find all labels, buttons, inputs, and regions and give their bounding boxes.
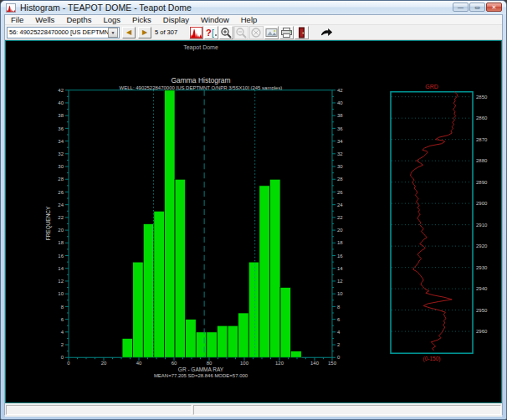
svg-text:22: 22 (58, 215, 64, 220)
well-selector-value: 56: 49025228470000 [US DEPTMNT O/NPR (8, 28, 108, 36)
well-query-button[interactable]: ?[ (204, 26, 218, 39)
svg-text:10: 10 (337, 291, 343, 296)
svg-text:80: 80 (207, 361, 213, 366)
svg-text:18: 18 (337, 241, 343, 246)
plot-frame (69, 90, 332, 358)
histogram-canvas: Teapot DomeGamma HistogramWELL: 49025228… (6, 41, 501, 402)
menu-window[interactable]: Window (195, 15, 235, 25)
svg-text:2: 2 (61, 342, 64, 347)
print-button[interactable] (279, 26, 294, 39)
print-icon (280, 27, 293, 38)
svg-text:2890: 2890 (476, 180, 488, 185)
svg-text:60: 60 (172, 361, 177, 366)
well-selector[interactable]: 56: 49025228470000 [US DEPTMNT O/NPR ▼ (7, 27, 120, 38)
svg-text:6: 6 (61, 317, 64, 322)
gamma-histogram-plot: Gamma HistogramWELL: 49025228470000 [US … (45, 76, 343, 378)
svg-text:14: 14 (337, 266, 343, 271)
well-position-text: 5 of 307 (155, 28, 177, 36)
svg-text:24: 24 (58, 202, 64, 207)
snapshot-button[interactable] (264, 26, 279, 39)
previous-well-button[interactable]: ◀ (122, 27, 136, 38)
svg-text:32: 32 (58, 151, 64, 156)
svg-text:0: 0 (67, 361, 70, 366)
svg-text:2850: 2850 (476, 95, 488, 100)
svg-text:?: ? (206, 28, 212, 38)
histogram-bar (291, 351, 302, 358)
snapshot-icon (265, 27, 278, 38)
menu-display[interactable]: Display (157, 15, 195, 25)
zoom-in-icon (220, 27, 233, 38)
svg-text:100: 100 (240, 361, 249, 366)
svg-text:42: 42 (58, 88, 64, 93)
svg-text:2920: 2920 (476, 243, 488, 248)
svg-text:42: 42 (337, 88, 343, 93)
minimize-button[interactable]: — (453, 3, 469, 12)
x-axis-label: GR - GAMMA RAY (178, 366, 224, 372)
svg-text:26: 26 (58, 190, 64, 195)
pointer-tool-button[interactable] (320, 26, 334, 39)
svg-text:4: 4 (337, 330, 341, 335)
histogram-bar (122, 338, 133, 357)
histogram-bar (143, 223, 154, 357)
svg-text:20: 20 (58, 228, 64, 233)
svg-text:6: 6 (337, 317, 341, 322)
histogram-bar (196, 332, 207, 357)
histogram-bar (248, 262, 259, 357)
stats-line: MEAN=77.205 SD=28.846 MODE=57.000 (154, 373, 248, 378)
svg-text:34: 34 (58, 139, 64, 144)
window-title: Histogram - TEAPOT DOME - Teapot Dome (20, 3, 192, 13)
svg-text:18: 18 (58, 241, 64, 246)
client-area: File Wells Depths Logs Picks Display Win… (4, 14, 503, 415)
zoom-cancel-button (249, 26, 264, 39)
menu-picks[interactable]: Picks (126, 15, 157, 25)
histogram-bar (217, 325, 228, 357)
svg-text:20: 20 (101, 361, 107, 366)
svg-text:10: 10 (58, 291, 64, 296)
pointer-arrow-icon (320, 27, 333, 38)
svg-text:8: 8 (61, 305, 64, 310)
close-button[interactable]: ✕ (486, 3, 502, 12)
svg-text:2900: 2900 (476, 201, 488, 206)
svg-text:2950: 2950 (476, 308, 488, 313)
svg-text:12: 12 (337, 279, 343, 284)
chevron-down-icon[interactable]: ▼ (108, 28, 118, 38)
histogram-tool-button[interactable] (189, 26, 203, 39)
plot-canvas: Teapot DomeGamma HistogramWELL: 49025228… (5, 40, 502, 403)
svg-text:40: 40 (58, 100, 64, 105)
svg-text:40: 40 (337, 100, 343, 105)
status-pane-1 (6, 405, 192, 415)
histogram-bar (280, 288, 291, 358)
svg-text:22: 22 (337, 215, 343, 220)
exit-button[interactable] (294, 26, 309, 39)
title-bar[interactable]: Histogram - TEAPOT DOME - Teapot Dome — … (1, 1, 506, 14)
status-pane-2 (193, 405, 501, 415)
histogram-bar (269, 179, 280, 357)
svg-text:28: 28 (337, 177, 343, 182)
svg-text:2880: 2880 (476, 158, 488, 163)
svg-text:140: 140 (310, 361, 320, 366)
svg-text:36: 36 (337, 126, 343, 131)
menu-wells[interactable]: Wells (29, 15, 60, 25)
menu-help[interactable]: Help (235, 15, 264, 25)
histogram-bar (186, 320, 197, 358)
next-well-button[interactable]: ▶ (138, 27, 151, 38)
svg-text:38: 38 (58, 113, 64, 118)
svg-text:0: 0 (61, 355, 64, 360)
svg-text:120: 120 (275, 361, 284, 366)
menu-depths[interactable]: Depths (60, 15, 97, 25)
menu-file[interactable]: File (5, 15, 29, 25)
svg-text:4: 4 (61, 330, 64, 335)
zoom-in-button[interactable] (219, 26, 233, 39)
svg-text:40: 40 (136, 361, 142, 366)
menu-logs[interactable]: Logs (97, 15, 126, 25)
histogram-bar (175, 179, 186, 357)
svg-text:34: 34 (337, 139, 343, 144)
canvas-header: Teapot Dome (183, 44, 218, 51)
menu-bar: File Wells Depths Logs Picks Display Win… (5, 15, 502, 25)
maximize-button[interactable]: ▭ (469, 3, 485, 12)
histogram-bar (133, 262, 144, 357)
svg-text:16: 16 (337, 254, 343, 259)
app-window: Histogram - TEAPOT DOME - Teapot Dome — … (0, 0, 507, 420)
svg-text:14: 14 (58, 266, 64, 271)
status-bar (5, 403, 502, 417)
